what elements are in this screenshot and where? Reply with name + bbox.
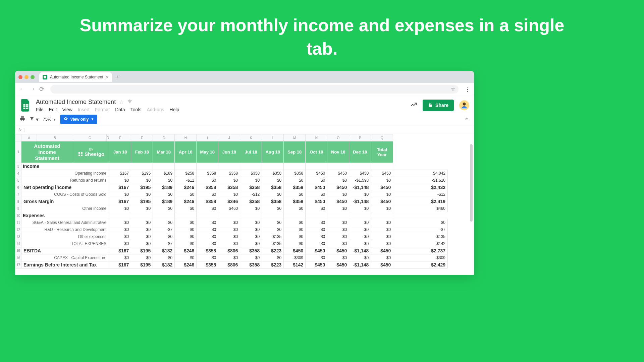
col-header-M[interactable]: M bbox=[284, 134, 306, 141]
vertical-scrollbar[interactable] bbox=[470, 144, 473, 222]
view-only-button[interactable]: View only ▼ bbox=[60, 115, 97, 124]
cell[interactable]: $223 bbox=[262, 247, 284, 254]
cell[interactable]: $450 bbox=[327, 247, 349, 254]
cell[interactable]: $450 bbox=[306, 247, 327, 254]
cell[interactable]: $0 bbox=[153, 205, 175, 212]
row-num-13[interactable]: 13 bbox=[15, 233, 21, 240]
col-header-D[interactable]: D bbox=[107, 134, 109, 141]
cell[interactable]: $0 bbox=[284, 226, 306, 233]
back-icon[interactable]: ← bbox=[19, 85, 25, 93]
cell[interactable]: $0 bbox=[175, 205, 197, 212]
cell[interactable]: $167 bbox=[109, 184, 131, 191]
cell[interactable]: $0 bbox=[262, 219, 284, 226]
cell[interactable]: $0 bbox=[327, 191, 349, 198]
cell[interactable]: $0 bbox=[327, 240, 349, 247]
cell[interactable]: $0 bbox=[349, 240, 371, 247]
cell[interactable]: -$1,148 bbox=[349, 261, 371, 268]
cell[interactable]: $167 bbox=[109, 247, 131, 254]
cell[interactable]: $0 bbox=[306, 226, 327, 233]
cell[interactable]: $0 bbox=[131, 240, 153, 247]
cell[interactable]: $258 bbox=[175, 170, 197, 177]
cell[interactable]: -$135 bbox=[262, 240, 284, 247]
cell[interactable]: $189 bbox=[153, 184, 175, 191]
browser-menu-icon[interactable]: ⋮ bbox=[465, 85, 470, 93]
cell[interactable]: $195 bbox=[131, 198, 153, 205]
sheets-app-icon[interactable] bbox=[20, 98, 32, 113]
cell[interactable]: $358 bbox=[197, 198, 218, 205]
cell[interactable]: $0 bbox=[131, 177, 153, 184]
cell[interactable]: $358 bbox=[284, 170, 306, 177]
cell[interactable]: $246 bbox=[175, 184, 197, 191]
cell[interactable]: $0 bbox=[306, 177, 327, 184]
cell[interactable]: $0 bbox=[131, 254, 153, 261]
maximize-window-icon[interactable] bbox=[31, 75, 35, 79]
trending-icon[interactable] bbox=[410, 101, 417, 110]
menu-tools[interactable]: Tools bbox=[130, 107, 142, 112]
cell[interactable]: $358 bbox=[240, 170, 262, 177]
cell[interactable]: $0 bbox=[306, 219, 327, 226]
cell[interactable]: $450 bbox=[371, 247, 393, 254]
cell[interactable]: $189 bbox=[153, 170, 175, 177]
cell[interactable]: $195 bbox=[131, 261, 153, 268]
cell[interactable]: $0 bbox=[371, 191, 393, 198]
cell[interactable]: $0 bbox=[175, 233, 197, 240]
menu-view[interactable]: View bbox=[62, 107, 72, 112]
cell[interactable]: $0 bbox=[240, 240, 262, 247]
cell[interactable]: $0 bbox=[131, 233, 153, 240]
col-header-B[interactable]: B bbox=[37, 134, 73, 141]
cell[interactable]: $246 bbox=[175, 247, 197, 254]
account-avatar[interactable] bbox=[459, 100, 469, 110]
cell[interactable]: $0 bbox=[197, 191, 218, 198]
cell[interactable]: -$1,148 bbox=[349, 247, 371, 254]
cell[interactable]: $0 bbox=[175, 219, 197, 226]
cell[interactable]: $0 bbox=[240, 226, 262, 233]
row-num-3[interactable]: 3 bbox=[15, 163, 21, 170]
formula-bar[interactable]: fx | bbox=[15, 126, 474, 134]
cell[interactable]: $0 bbox=[109, 219, 131, 226]
cell[interactable]: $0 bbox=[218, 254, 240, 261]
cell[interactable]: $0 bbox=[218, 233, 240, 240]
cell[interactable]: $358 bbox=[197, 184, 218, 191]
cell[interactable]: $358 bbox=[284, 184, 306, 191]
cell[interactable]: $0 bbox=[240, 233, 262, 240]
cell[interactable]: $0 bbox=[262, 191, 284, 198]
cell[interactable]: -$135 bbox=[393, 233, 448, 240]
cell[interactable]: $0 bbox=[197, 177, 218, 184]
cell[interactable]: $167 bbox=[109, 198, 131, 205]
cell[interactable]: $358 bbox=[197, 261, 218, 268]
cell[interactable]: -$12 bbox=[393, 191, 448, 198]
close-tab-icon[interactable]: × bbox=[106, 74, 109, 80]
browser-tab[interactable]: Automated Income Statement × bbox=[39, 72, 112, 82]
cell[interactable]: $0 bbox=[371, 240, 393, 247]
cell[interactable]: $806 bbox=[218, 261, 240, 268]
cell[interactable]: $0 bbox=[327, 219, 349, 226]
cell[interactable]: $0 bbox=[109, 177, 131, 184]
col-header-C[interactable]: C bbox=[73, 134, 107, 141]
row-num-7[interactable]: 7 bbox=[15, 191, 21, 198]
cell[interactable]: $450 bbox=[371, 261, 393, 268]
cell[interactable]: $0 bbox=[349, 219, 371, 226]
col-header-I[interactable]: I bbox=[197, 134, 218, 141]
col-header-corner[interactable] bbox=[15, 134, 21, 141]
cell[interactable]: $0 bbox=[109, 254, 131, 261]
cell[interactable]: $0 bbox=[218, 177, 240, 184]
cell[interactable]: $0 bbox=[109, 191, 131, 198]
menu-insert[interactable]: Insert bbox=[78, 107, 90, 112]
cell[interactable]: $0 bbox=[262, 177, 284, 184]
new-tab-button[interactable]: + bbox=[115, 74, 119, 81]
cell[interactable]: $450 bbox=[306, 261, 327, 268]
cell[interactable]: $358 bbox=[262, 198, 284, 205]
cell[interactable]: $358 bbox=[262, 184, 284, 191]
cell[interactable]: $0 bbox=[131, 219, 153, 226]
cell[interactable]: $450 bbox=[371, 170, 393, 177]
spreadsheet-grid[interactable]: ABCDEFGHIJKLMNOPQ1AutomatedIncomeStateme… bbox=[15, 134, 474, 275]
cell[interactable]: $0 bbox=[218, 219, 240, 226]
cell[interactable]: $0 bbox=[262, 205, 284, 212]
menu-edit[interactable]: Edit bbox=[49, 107, 57, 112]
cell[interactable]: $2,432 bbox=[393, 184, 448, 191]
cell[interactable]: $0 bbox=[393, 219, 448, 226]
cell[interactable]: $358 bbox=[240, 184, 262, 191]
cell[interactable]: $450 bbox=[371, 198, 393, 205]
col-header-K[interactable]: K bbox=[240, 134, 262, 141]
col-header-Q[interactable]: Q bbox=[371, 134, 393, 141]
